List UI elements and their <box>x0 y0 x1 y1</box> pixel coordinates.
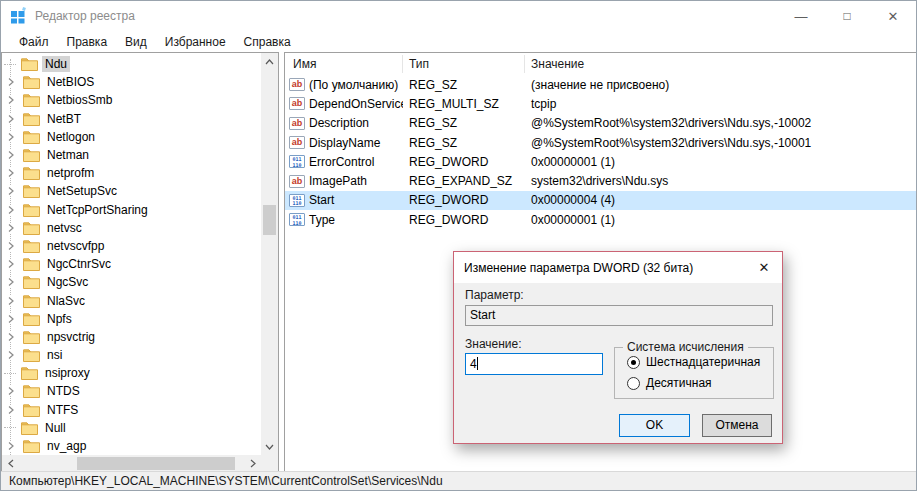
column-header-value[interactable]: Значение <box>525 55 917 73</box>
tree-item-npsvctrig[interactable]: npsvctrig <box>2 328 261 346</box>
tree-item-NgcCtnrSvc[interactable]: NgcCtnrSvc <box>2 255 261 273</box>
menu-item-справка[interactable]: Справка <box>235 33 300 51</box>
scroll-up-icon[interactable] <box>261 53 278 70</box>
value-row-ErrorControl[interactable]: 011 110ErrorControlREG_DWORD0x00000001 (… <box>285 152 917 171</box>
value-row-Type[interactable]: 011 110TypeREG_DWORD0x00000001 (1) <box>285 210 917 229</box>
chevron-right-icon[interactable] <box>4 150 18 160</box>
tree-item-label: Netman <box>44 147 92 163</box>
folder-icon <box>23 148 40 162</box>
value-name: Start <box>309 193 334 207</box>
radio-unselected-icon[interactable] <box>627 377 640 390</box>
close-button[interactable]: ✕ <box>870 1 916 31</box>
tree-item-Ndu[interactable]: Ndu <box>2 55 261 73</box>
radix-option-hex[interactable]: Шестнадцатеричная <box>627 355 773 369</box>
menu-item-файл[interactable]: Файл <box>10 33 58 51</box>
chevron-right-icon[interactable] <box>4 223 18 233</box>
tree-item-Netman[interactable]: Netman <box>2 146 261 164</box>
chevron-right-icon[interactable] <box>4 332 18 342</box>
registry-editor-window: Редактор реестра ― □ ✕ ФайлПравкаВидИзбр… <box>0 0 917 491</box>
close-icon: ✕ <box>888 9 899 24</box>
folder-icon <box>23 348 40 362</box>
tree-vscroll-thumb[interactable] <box>263 205 276 235</box>
tree-item-NetBT[interactable]: NetBT <box>2 110 261 128</box>
maximize-icon: □ <box>843 9 850 23</box>
tree-item-label: nsiproxy <box>42 365 93 381</box>
tree-item-nsiproxy[interactable]: nsiproxy <box>2 364 261 382</box>
tree-horizontal-scrollbar[interactable] <box>2 455 261 472</box>
chevron-right-icon[interactable] <box>4 241 18 251</box>
tree-item-Npfs[interactable]: Npfs <box>2 310 261 328</box>
value-input[interactable]: 4 <box>465 353 603 375</box>
tree-item-NetSetupSvc[interactable]: NetSetupSvc <box>2 182 261 200</box>
chevron-right-icon[interactable] <box>4 186 18 196</box>
column-header-type[interactable]: Тип <box>403 55 525 73</box>
value-name: DisplayName <box>309 136 380 150</box>
chevron-right-icon[interactable] <box>4 95 18 105</box>
tree-item-netprofm[interactable]: netprofm <box>2 164 261 182</box>
tree-item-netvscvfpp[interactable]: netvscvfpp <box>2 237 261 255</box>
chevron-right-icon[interactable] <box>4 441 18 451</box>
value-row-Start[interactable]: 011 110StartREG_DWORD0x00000004 (4) <box>285 191 917 210</box>
menu-item-избранное[interactable]: Избранное <box>156 33 235 51</box>
folder-icon <box>23 439 40 453</box>
maximize-button[interactable]: □ <box>824 1 870 31</box>
chevron-right-icon[interactable] <box>4 77 18 87</box>
regedit-app-icon <box>9 7 27 25</box>
dialog-title-bar[interactable]: Изменение параметра DWORD (32 бита) <box>454 252 782 283</box>
value-row-[interactable]: ab(По умолчанию)REG_SZ(значение не присв… <box>285 75 917 94</box>
param-name-field: Start <box>465 305 773 326</box>
dialog-close-icon: ✕ <box>759 260 770 275</box>
tree-item-NlaSvc[interactable]: NlaSvc <box>2 291 261 309</box>
param-label: Параметр: <box>465 288 524 302</box>
value-name-cell: abDependOnService <box>285 97 403 111</box>
tree-item-nv_agp[interactable]: nv_agp <box>2 437 261 455</box>
scroll-left-icon[interactable] <box>2 455 19 472</box>
menu-item-правка[interactable]: Правка <box>58 33 117 51</box>
value-row-Description[interactable]: abDescriptionREG_SZ@%SystemRoot%\system3… <box>285 114 917 133</box>
column-header-name[interactable]: Имя <box>285 55 403 73</box>
chevron-right-icon[interactable] <box>4 296 18 306</box>
scroll-right-icon[interactable] <box>244 455 261 472</box>
registry-tree: NduNetBIOSNetbiosSmbNetBTNetlogonNetmann… <box>2 53 261 455</box>
chevron-right-icon[interactable] <box>4 277 18 287</box>
menu-item-вид[interactable]: Вид <box>116 33 156 51</box>
chevron-right-icon[interactable] <box>4 350 18 360</box>
minimize-button[interactable]: ― <box>778 1 824 31</box>
tree-item-nsi[interactable]: nsi <box>2 346 261 364</box>
chevron-right-icon[interactable] <box>4 405 18 415</box>
tree-hscroll-thumb[interactable] <box>77 457 235 470</box>
string-value-icon: ab <box>289 78 305 91</box>
tree-item-NetTcpPortSharing[interactable]: NetTcpPortSharing <box>2 201 261 219</box>
chevron-right-icon[interactable] <box>4 168 18 178</box>
tree-item-NetBIOS[interactable]: NetBIOS <box>2 73 261 91</box>
tree-vertical-scrollbar[interactable] <box>261 53 278 455</box>
radio-selected-icon[interactable] <box>627 356 640 369</box>
radix-option-label: Десятичная <box>646 376 712 390</box>
chevron-right-icon[interactable] <box>4 314 18 324</box>
scroll-down-icon[interactable] <box>261 438 278 455</box>
radix-option-dec[interactable]: Десятичная <box>627 376 773 390</box>
value-row-DependOnService[interactable]: abDependOnServiceREG_MULTI_SZtcpip <box>285 94 917 113</box>
chevron-right-icon[interactable] <box>4 114 18 124</box>
chevron-right-icon[interactable] <box>4 386 18 396</box>
tree-item-NetbiosSmb[interactable]: NetbiosSmb <box>2 91 261 109</box>
value-row-ImagePath[interactable]: abImagePathREG_EXPAND_SZsystem32\drivers… <box>285 171 917 190</box>
chevron-right-icon[interactable] <box>4 259 18 269</box>
cancel-button[interactable]: Отмена <box>702 414 772 437</box>
dialog-close-button[interactable]: ✕ <box>752 256 776 278</box>
dword-value-icon: 011 110 <box>289 155 305 168</box>
tree-item-label: Npfs <box>44 311 75 327</box>
tree-item-Null[interactable]: Null <box>2 419 261 437</box>
value-row-DisplayName[interactable]: abDisplayNameREG_SZ@%SystemRoot%\system3… <box>285 133 917 152</box>
tree-item-NTFS[interactable]: NTFS <box>2 401 261 419</box>
chevron-right-icon[interactable] <box>4 205 18 215</box>
value-data: @%SystemRoot%\system32\drivers\Ndu.sys,-… <box>525 136 917 150</box>
chevron-right-icon[interactable] <box>4 132 18 142</box>
tree-item-netvsc[interactable]: netvsc <box>2 219 261 237</box>
ok-button[interactable]: OK <box>619 414 690 437</box>
tree-item-Netlogon[interactable]: Netlogon <box>2 128 261 146</box>
tree-item-NTDS[interactable]: NTDS <box>2 382 261 400</box>
tree-item-NgcSvc[interactable]: NgcSvc <box>2 273 261 291</box>
tree-item-label: NgcSvc <box>44 274 91 290</box>
folder-icon <box>23 93 40 107</box>
